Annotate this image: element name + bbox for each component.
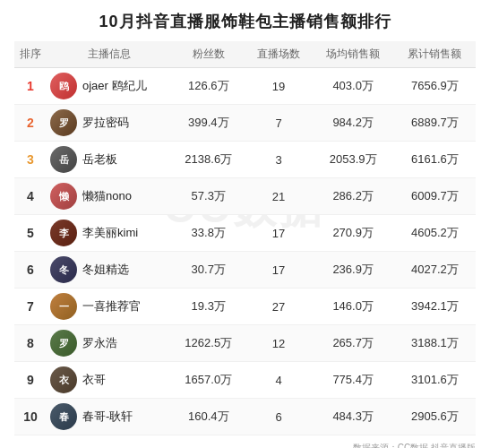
fans-count: 160.4万 [172, 399, 245, 435]
user-name: 懒猫nono [82, 188, 132, 204]
rank-cell: 7 [14, 289, 47, 325]
total-sales: 3942.1万 [394, 289, 476, 325]
user-info-cell: 春春哥-耿轩 [47, 399, 172, 435]
user-name: 衣哥 [82, 372, 106, 388]
user-name: 李美丽kimi [82, 225, 138, 241]
user-name: 冬姐精选 [82, 262, 129, 278]
total-sales: 3101.6万 [394, 362, 476, 399]
user-name: 春哥-耿轩 [82, 409, 133, 425]
col-header-2: 粉丝数 [172, 41, 245, 68]
avatar: 李 [50, 220, 77, 246]
avatar: 鸥 [50, 73, 77, 99]
col-header-1: 主播信息 [47, 41, 172, 68]
avatar: 罗 [50, 109, 77, 136]
avg-sales: 403.0万 [313, 68, 394, 105]
rank-cell: 6 [14, 252, 47, 289]
avg-sales: 146.0万 [313, 289, 394, 325]
table-row: 6冬冬姐精选30.7万17236.9万4027.2万 [14, 252, 476, 289]
rank-cell: 10 [14, 399, 47, 435]
avatar: 罗 [50, 330, 77, 357]
total-sales: 6009.7万 [394, 178, 476, 215]
avatar: 一 [50, 293, 77, 320]
ranking-table: 排序主播信息粉丝数直播场数场均销售额累计销售额 1鸥ojaer 鸥纪儿126.6… [14, 41, 476, 435]
total-sales: 3188.1万 [394, 325, 476, 362]
col-header-3: 直播场数 [245, 41, 312, 68]
user-name: 罗拉密码 [82, 115, 129, 131]
avg-sales: 484.3万 [313, 399, 394, 435]
fans-count: 30.7万 [172, 252, 245, 289]
total-sales: 4605.2万 [394, 215, 476, 252]
session-count: 17 [245, 252, 312, 289]
user-info-cell: 李李美丽kimi [47, 215, 172, 252]
total-sales: 7656.9万 [394, 68, 476, 105]
fans-count: 1262.5万 [172, 325, 245, 362]
rank-cell: 9 [14, 362, 47, 399]
table-row: 5李李美丽kimi33.8万17270.9万4605.2万 [14, 215, 476, 252]
fans-count: 2138.6万 [172, 142, 245, 178]
session-count: 7 [245, 105, 312, 142]
col-header-4: 场均销售额 [313, 41, 394, 68]
avg-sales: 265.7万 [313, 325, 394, 362]
main-container: 10月抖音直播服饰鞋包主播销售额排行 CC数据 排序主播信息粉丝数直播场数场均销… [0, 0, 490, 448]
avg-sales: 236.9万 [313, 252, 394, 289]
user-name: 岳老板 [82, 151, 117, 168]
session-count: 19 [245, 68, 312, 105]
table-row: 3岳岳老板2138.6万32053.9万6161.6万 [14, 142, 476, 178]
footer-source: 数据来源：CC数据 抖音直播版 [14, 441, 476, 448]
session-count: 4 [245, 362, 312, 399]
user-name: ojaer 鸥纪儿 [82, 78, 147, 94]
fans-count: 399.4万 [172, 105, 245, 142]
user-info-cell: 一一喜推荐官 [47, 289, 172, 325]
rank-cell: 2 [14, 105, 47, 142]
user-info-cell: 衣衣哥 [47, 362, 172, 399]
fans-count: 1657.0万 [172, 362, 245, 399]
table-row: 1鸥ojaer 鸥纪儿126.6万19403.0万7656.9万 [14, 68, 476, 105]
user-info-cell: 岳岳老板 [47, 142, 172, 178]
rank-cell: 4 [14, 178, 47, 215]
rank-cell: 5 [14, 215, 47, 252]
table-row: 10春春哥-耿轩160.4万6484.3万2905.6万 [14, 399, 476, 435]
user-info-cell: 懒懒猫nono [47, 178, 172, 215]
total-sales: 6889.7万 [394, 105, 476, 142]
session-count: 17 [245, 215, 312, 252]
table-row: 4懒懒猫nono57.3万21286.2万6009.7万 [14, 178, 476, 215]
avatar: 衣 [50, 366, 77, 393]
session-count: 12 [245, 325, 312, 362]
avg-sales: 775.4万 [313, 362, 394, 399]
session-count: 3 [245, 142, 312, 178]
fans-count: 57.3万 [172, 178, 245, 215]
page-title: 10月抖音直播服饰鞋包主播销售额排行 [14, 11, 476, 32]
total-sales: 2905.6万 [394, 399, 476, 435]
avg-sales: 2053.9万 [313, 142, 394, 178]
avatar: 冬 [50, 256, 77, 283]
fans-count: 126.6万 [172, 68, 245, 105]
session-count: 27 [245, 289, 312, 325]
user-info-cell: 罗罗永浩 [47, 325, 172, 362]
user-name: 罗永浩 [82, 335, 117, 351]
session-count: 6 [245, 399, 312, 435]
user-info-cell: 鸥ojaer 鸥纪儿 [47, 68, 172, 105]
session-count: 21 [245, 178, 312, 215]
user-info-cell: 冬冬姐精选 [47, 252, 172, 289]
table-row: 7一一喜推荐官19.3万27146.0万3942.1万 [14, 289, 476, 325]
fans-count: 33.8万 [172, 215, 245, 252]
rank-cell: 8 [14, 325, 47, 362]
avg-sales: 270.9万 [313, 215, 394, 252]
user-info-cell: 罗罗拉密码 [47, 105, 172, 142]
avg-sales: 286.2万 [313, 178, 394, 215]
table-row: 9衣衣哥1657.0万4775.4万3101.6万 [14, 362, 476, 399]
table-header-row: 排序主播信息粉丝数直播场数场均销售额累计销售额 [14, 41, 476, 68]
avatar: 岳 [50, 146, 77, 173]
table-row: 8罗罗永浩1262.5万12265.7万3188.1万 [14, 325, 476, 362]
col-header-5: 累计销售额 [394, 41, 476, 68]
total-sales: 4027.2万 [394, 252, 476, 289]
avatar: 懒 [50, 183, 77, 210]
avg-sales: 984.2万 [313, 105, 394, 142]
table-row: 2罗罗拉密码399.4万7984.2万6889.7万 [14, 105, 476, 142]
total-sales: 6161.6万 [394, 142, 476, 178]
col-header-0: 排序 [14, 41, 47, 68]
avatar: 春 [50, 403, 77, 430]
fans-count: 19.3万 [172, 289, 245, 325]
user-name: 一喜推荐官 [82, 298, 141, 314]
rank-cell: 1 [14, 68, 47, 105]
